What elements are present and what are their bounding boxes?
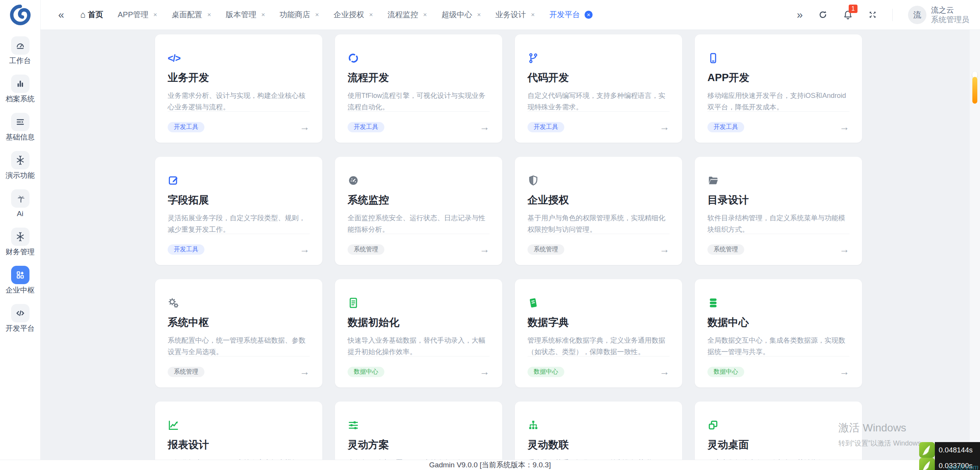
tab-feature-store[interactable]: 功能商店× bbox=[279, 10, 319, 20]
sidebar-item-archives[interactable]: 档案系统 bbox=[6, 75, 35, 103]
tab-business-design[interactable]: 业务设计× bbox=[495, 10, 535, 20]
sidebar-item-label: 企业中枢 bbox=[6, 286, 35, 294]
card-title: 目录设计 bbox=[707, 193, 849, 207]
tab-dev-platform-active[interactable]: 开发平台✕ bbox=[549, 10, 593, 20]
sitemap-icon bbox=[528, 420, 670, 431]
close-icon[interactable]: × bbox=[369, 11, 373, 19]
card-title: 代码开发 bbox=[528, 71, 670, 85]
card-title: 数据初始化 bbox=[348, 316, 490, 329]
user-info: 流之云 系统管理员 bbox=[931, 5, 969, 24]
avatar[interactable]: 流 bbox=[908, 6, 926, 24]
card-business-dev[interactable]: </> 业务开发 业务需求分析、设计与实现，构建企业核心核心业务逻辑与流程。 开… bbox=[155, 34, 322, 143]
app-logo[interactable] bbox=[9, 4, 31, 26]
card-footer: 开发工具 → bbox=[528, 111, 670, 143]
card-desc: 灵活拓展业务字段，自定义字段类型、规则，减少重复开发工作。 bbox=[168, 212, 310, 235]
sidebar-item-demo[interactable]: 演示功能 bbox=[6, 151, 35, 179]
sync-icon bbox=[348, 52, 490, 64]
arrow-right-icon[interactable]: → bbox=[480, 366, 490, 378]
sidebar-item-dev-platform[interactable]: 开发平台 bbox=[6, 304, 35, 332]
tab-version-manage[interactable]: 版本管理× bbox=[225, 10, 265, 20]
card-title: 业务开发 bbox=[168, 71, 310, 85]
card-data-center[interactable]: 数据中心 全局数据交互中心，集成各类数据源，实现数据统一管理与共享。 数据中心 … bbox=[695, 279, 862, 387]
sidebar-item-basic-info[interactable]: 基础信息 bbox=[6, 113, 35, 141]
book-icon bbox=[528, 297, 670, 309]
card-title: 报表设计 bbox=[168, 438, 310, 452]
sidebar-item-finance[interactable]: 财务管理 bbox=[6, 228, 35, 256]
arrow-right-icon[interactable]: → bbox=[660, 121, 670, 133]
arrow-right-icon[interactable]: → bbox=[300, 244, 310, 255]
card-system-monitor[interactable]: 系统监控 全面监控系统安全、运行状态、日志记录与性能指标分析。 系统管理 → bbox=[335, 157, 502, 265]
card-title: 系统中枢 bbox=[168, 316, 310, 329]
tab-super-center[interactable]: 超级中心× bbox=[441, 10, 481, 20]
version-text: Gadmin V9.0.0 [当前系统版本：9.0.3] bbox=[429, 460, 551, 470]
card-title: 流程开发 bbox=[348, 71, 490, 85]
leaf-icon bbox=[919, 442, 935, 458]
sidebar-item-workbench[interactable]: 工作台 bbox=[9, 36, 31, 65]
close-icon[interactable]: × bbox=[315, 11, 319, 19]
card-system-hub[interactable]: 系统中枢 系统配置中心，统一管理系统基础数据、参数设置与全局选项。 系统管理 → bbox=[155, 279, 322, 387]
arrow-right-icon[interactable]: → bbox=[300, 366, 310, 378]
perf-badge: 0.033700s bbox=[919, 458, 980, 470]
tab-app-manage[interactable]: APP管理× bbox=[118, 10, 157, 20]
refresh-icon[interactable] bbox=[818, 10, 828, 20]
card-desc: 快速导入业务基础数据，替代手动录入，大幅提升初始化操作效率。 bbox=[348, 335, 490, 358]
user-menu[interactable]: 流 流之云 系统管理员 bbox=[908, 5, 969, 24]
arrow-right-icon[interactable]: → bbox=[840, 366, 849, 378]
card-code-dev[interactable]: 代码开发 自定义代码编写环境，支持多种编程语言，实现特殊业务需求。 开发工具 → bbox=[515, 34, 682, 143]
tab-home[interactable]: ⌂ 首页 bbox=[80, 10, 103, 20]
category-tag: 开发工具 bbox=[707, 122, 744, 132]
card-footer: 系统管理 → bbox=[168, 356, 310, 387]
tab-enterprise-auth[interactable]: 企业授权× bbox=[333, 10, 373, 20]
fullscreen-icon[interactable] bbox=[868, 10, 877, 19]
card-flow-dev[interactable]: 流程开发 使用TfFlow流程引擎，可视化设计与实现业务流程自动化。 开发工具 … bbox=[335, 34, 502, 143]
card-title: 系统监控 bbox=[348, 193, 490, 207]
tab-label: 首页 bbox=[88, 10, 103, 20]
card-data-dictionary[interactable]: 数据字典 管理系统标准化数据字典，定义业务通用数据（如状态、类型），保障数据一致… bbox=[515, 279, 682, 387]
tab-desktop-config[interactable]: 桌面配置× bbox=[172, 10, 211, 20]
arrow-right-icon[interactable]: → bbox=[840, 121, 849, 133]
arrow-right-icon[interactable]: → bbox=[300, 121, 310, 133]
card-footer: 开发工具 → bbox=[168, 111, 310, 143]
card-footer: 系统管理 → bbox=[348, 234, 490, 265]
card-desc: 管理系统标准化数据字典，定义业务通用数据（如状态、类型），保障数据一致性。 bbox=[528, 335, 670, 358]
sidebar-item-label: 演示功能 bbox=[6, 172, 35, 179]
card-app-dev[interactable]: APP开发 移动端应用快速开发平台，支持iOS和Android双平台，降低开发成… bbox=[695, 34, 862, 143]
card-enterprise-auth[interactable]: 企业授权 基于用户与角色的权限管理系统，实现精细化权限控制与访问管理。 系统管理… bbox=[515, 157, 682, 265]
sidebar-item-enterprise-hub[interactable]: 企业中枢 bbox=[6, 266, 35, 294]
close-icon[interactable]: × bbox=[477, 11, 481, 19]
arrow-right-icon[interactable]: → bbox=[480, 121, 490, 133]
close-icon[interactable]: × bbox=[154, 11, 157, 19]
close-icon[interactable]: × bbox=[531, 11, 535, 19]
card-data-init[interactable]: 数据初始化 快速导入业务基础数据，替代手动录入，大幅提升初始化操作效率。 数据中… bbox=[335, 279, 502, 387]
card-footer: 数据中心 → bbox=[707, 356, 849, 387]
close-icon[interactable]: × bbox=[423, 11, 427, 19]
notifications-bell-icon[interactable]: 1 bbox=[843, 10, 853, 20]
category-tag: 系统管理 bbox=[707, 244, 744, 255]
sidebar-item-ai[interactable]: Ai bbox=[11, 189, 29, 218]
card-directory-design[interactable]: 目录设计 软件目录结构管理，自定义系统菜单与功能模块组织方式。 系统管理 → bbox=[695, 157, 862, 265]
close-icon[interactable]: × bbox=[207, 11, 211, 19]
scrollbar-thumb[interactable] bbox=[972, 77, 977, 104]
arrow-right-icon[interactable]: → bbox=[480, 244, 490, 255]
snowflake-icon bbox=[11, 151, 29, 169]
sidebar-item-label: 档案系统 bbox=[6, 95, 35, 103]
close-icon[interactable]: ✕ bbox=[585, 11, 593, 19]
tab-label: 流程监控 bbox=[387, 10, 418, 20]
card-field-extend[interactable]: 字段拓展 灵活拓展业务字段，自定义字段类型、规则，减少重复开发工作。 开发工具 … bbox=[155, 157, 322, 265]
close-icon[interactable]: × bbox=[261, 11, 265, 19]
card-title: 字段拓展 bbox=[168, 193, 310, 207]
tab-flow-monitor[interactable]: 流程监控× bbox=[387, 10, 427, 20]
tab-label: 业务设计 bbox=[495, 10, 526, 20]
card-title: 灵动方案 bbox=[348, 438, 490, 452]
git-branch-icon bbox=[528, 52, 670, 64]
card-title: APP开发 bbox=[707, 71, 849, 85]
tab-label: 版本管理 bbox=[225, 10, 256, 20]
card-desc: 使用TfFlow流程引擎，可视化设计与实现业务流程自动化。 bbox=[348, 90, 490, 113]
file-icon bbox=[348, 297, 490, 309]
tab-label: APP管理 bbox=[118, 10, 148, 20]
arrow-right-icon[interactable]: → bbox=[660, 366, 670, 378]
expand-tabs-button[interactable]: » bbox=[797, 9, 803, 21]
arrow-right-icon[interactable]: → bbox=[660, 244, 670, 255]
arrow-right-icon[interactable]: → bbox=[840, 244, 849, 255]
collapse-tabs-button[interactable]: « bbox=[41, 9, 64, 21]
